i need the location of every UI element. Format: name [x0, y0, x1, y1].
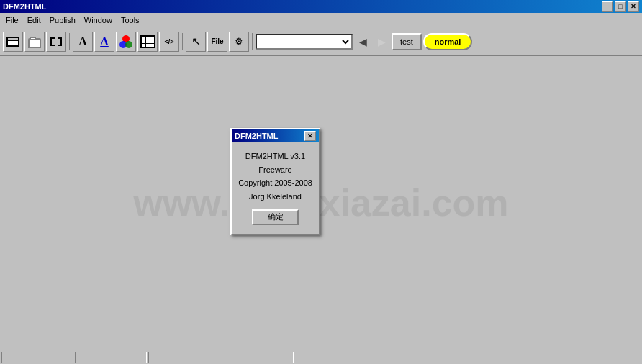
status-pane-3	[148, 352, 220, 363]
styled-a-icon: A	[100, 35, 109, 48]
dialog-title: DFM2HTML	[235, 132, 304, 140]
menu-edit[interactable]: Edit	[23, 14, 45, 26]
gear-icon: ⚙	[235, 36, 243, 47]
separator-3	[252, 33, 253, 50]
toolbar: A A </> ↖ File ⚙	[0, 27, 642, 56]
table-button[interactable]	[137, 32, 158, 52]
settings-button[interactable]: ⚙	[229, 32, 249, 52]
menu-window[interactable]: Window	[80, 14, 117, 26]
back-button[interactable]: ◀	[354, 34, 371, 50]
pointer-icon: ↖	[191, 35, 201, 48]
dialog-line2: Freeware	[238, 163, 313, 177]
select-button[interactable]	[46, 32, 66, 52]
new-window-button[interactable]	[3, 32, 23, 52]
minimize-button[interactable]: _	[602, 1, 613, 12]
back-arrow-icon: ◀	[359, 36, 367, 47]
open-button[interactable]	[24, 32, 45, 52]
styled-text-button[interactable]: A	[94, 32, 114, 52]
separator-1	[69, 33, 70, 50]
file-label-button[interactable]: File	[207, 32, 227, 52]
test-button[interactable]: test	[392, 33, 422, 50]
menu-tools[interactable]: Tools	[117, 14, 144, 26]
dialog-title-bar: DFM2HTML ✕	[232, 129, 319, 142]
normal-button[interactable]: normal	[423, 33, 473, 50]
html-icon: </>	[164, 38, 173, 45]
color-button[interactable]	[116, 32, 136, 52]
dialog-line4: Jörg Kkeleland	[238, 190, 313, 204]
status-pane-2	[75, 352, 147, 363]
menu-publish[interactable]: Publish	[45, 14, 80, 26]
menu-bar: File Edit Publish Window Tools	[0, 13, 642, 27]
menu-file[interactable]: File	[1, 14, 23, 26]
dialog-line1: DFM2HTML v3.1	[238, 150, 313, 163]
html-view-button[interactable]: </>	[159, 32, 179, 52]
close-button[interactable]: ✕	[628, 1, 639, 12]
url-dropdown-wrapper	[256, 34, 353, 50]
text-button[interactable]: A	[73, 32, 93, 52]
table-icon	[140, 35, 155, 48]
app-title: DFM2HTML	[3, 2, 602, 11]
maximize-button[interactable]: □	[615, 1, 626, 12]
dialog-content: DFM2HTML v3.1 Freeware Copyright 2005-20…	[232, 142, 319, 234]
url-dropdown[interactable]	[256, 34, 353, 50]
forward-button[interactable]: ▶	[373, 34, 390, 50]
separator-2	[182, 33, 183, 50]
dialog-ok-button[interactable]: 确定	[252, 209, 299, 225]
forward-arrow-icon: ▶	[378, 36, 386, 47]
status-bar	[0, 350, 642, 364]
title-bar: DFM2HTML _ □ ✕	[0, 0, 642, 13]
text-a-icon: A	[78, 35, 87, 48]
main-area: www.ouaoxiazai.com DFM2HTML ✕ DFM2HTML v…	[0, 56, 642, 350]
title-bar-controls: _ □ ✕	[602, 1, 639, 12]
file-icon: File	[211, 37, 223, 45]
watermark: www.ouaoxiazai.com	[133, 181, 508, 224]
status-pane-1	[1, 352, 73, 363]
dialog-close-button[interactable]: ✕	[304, 131, 316, 141]
dialog-line3: Copyright 2005-2008	[238, 176, 313, 190]
about-dialog: DFM2HTML ✕ DFM2HTML v3.1 Freeware Copyri…	[230, 128, 320, 235]
status-pane-4	[222, 352, 294, 363]
pointer-button[interactable]: ↖	[186, 32, 206, 52]
color-icon	[119, 35, 132, 48]
